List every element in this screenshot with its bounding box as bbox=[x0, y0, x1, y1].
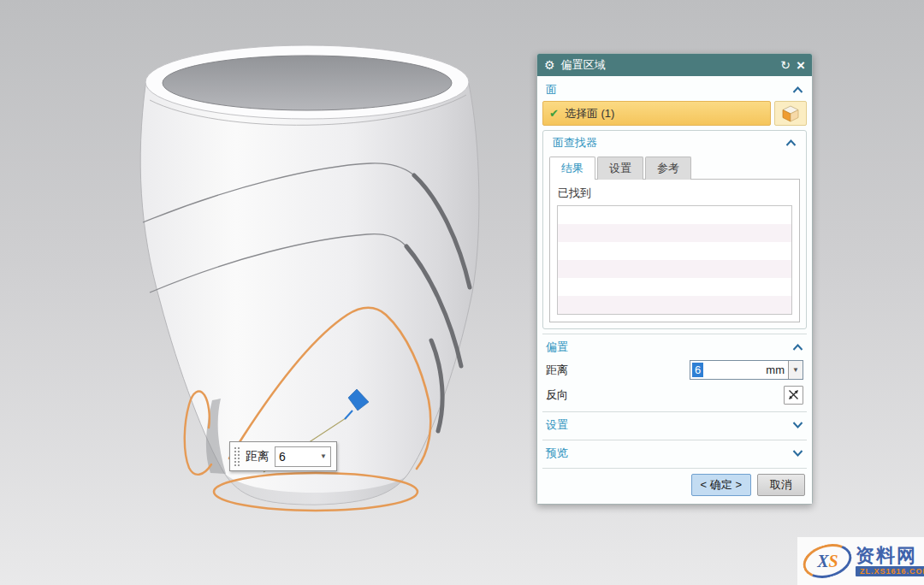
section-header-preview[interactable]: 预览 bbox=[542, 443, 807, 464]
distance-value: 6 bbox=[279, 450, 286, 464]
found-label: 已找到 bbox=[558, 186, 792, 201]
divider bbox=[542, 334, 807, 334]
xs-logo-icon: XS bbox=[799, 539, 856, 584]
dialog-body: 面 ✔ 选择面 (1) 面查找器 bbox=[537, 76, 812, 504]
onscreen-distance-box[interactable]: 距离 6 ▼ bbox=[229, 441, 337, 471]
list-item bbox=[558, 296, 791, 314]
drag-handle[interactable] bbox=[233, 446, 240, 468]
distance-field-value: 6 bbox=[692, 363, 703, 377]
chevron-up-icon bbox=[785, 139, 797, 146]
logo-letter-s: S bbox=[828, 552, 838, 570]
distance-field-label: 距离 bbox=[546, 363, 690, 378]
tab-reference[interactable]: 参考 bbox=[645, 157, 691, 180]
settings-section-label: 设置 bbox=[546, 417, 568, 433]
reverse-direction-button[interactable] bbox=[784, 386, 803, 405]
list-item bbox=[558, 242, 791, 260]
section-header-face-finder[interactable]: 面查找器 bbox=[549, 133, 800, 153]
select-face-label: 选择面 (1) bbox=[565, 106, 615, 121]
unit-dropdown[interactable]: ▼ bbox=[788, 361, 803, 379]
chevron-up-icon bbox=[792, 344, 803, 351]
section-header-offset[interactable]: 偏置 bbox=[542, 337, 807, 358]
chevron-down-icon[interactable]: ▼ bbox=[320, 453, 327, 460]
list-item bbox=[558, 278, 791, 296]
chevron-down-icon: ▼ bbox=[792, 367, 799, 374]
watermark-name: 资料网 bbox=[856, 546, 917, 565]
distance-unit: mm bbox=[766, 363, 785, 376]
logo-letter-x: X bbox=[817, 552, 828, 570]
section-header-face[interactable]: 面 bbox=[542, 80, 807, 100]
face-finder-tabs: 结果 设置 参考 bbox=[549, 156, 800, 179]
preview-section-label: 预览 bbox=[546, 446, 568, 461]
distance-input[interactable]: 6 ▼ bbox=[275, 446, 331, 467]
list-item bbox=[558, 224, 791, 242]
section-header-settings[interactable]: 设置 bbox=[542, 415, 807, 435]
chevron-down-icon bbox=[792, 422, 803, 428]
site-watermark: XS 资料网 ZL.XS1616.COM bbox=[797, 537, 924, 585]
vase-model bbox=[140, 45, 479, 505]
dialog-buttons: < 确定 > 取消 bbox=[542, 474, 805, 496]
distance-label: 距离 bbox=[246, 449, 270, 464]
divider bbox=[542, 411, 807, 412]
3d-viewport[interactable] bbox=[0, 0, 530, 585]
found-faces-list[interactable] bbox=[557, 205, 792, 315]
reset-icon[interactable]: ↻ bbox=[780, 59, 791, 71]
gear-icon[interactable]: ⚙ bbox=[544, 59, 555, 71]
face-finder-label: 面查找器 bbox=[553, 135, 597, 151]
offset-section-label: 偏置 bbox=[546, 340, 568, 355]
watermark-url: ZL.XS1616.COM bbox=[856, 566, 924, 576]
distance-row: 距离 6 mm ▼ bbox=[542, 358, 807, 382]
reverse-row: 反向 bbox=[542, 382, 807, 407]
tab-settings[interactable]: 设置 bbox=[597, 157, 643, 180]
cancel-button[interactable]: 取消 bbox=[757, 474, 805, 496]
section-face-label: 面 bbox=[546, 82, 557, 98]
face-rule-button[interactable] bbox=[774, 101, 807, 126]
dialog-titlebar[interactable]: ⚙ 偏置区域 ↻ × bbox=[537, 54, 812, 76]
ok-button[interactable]: < 确定 > bbox=[691, 474, 751, 496]
reverse-direction-icon bbox=[787, 388, 800, 401]
distance-field[interactable]: 6 mm ▼ bbox=[690, 360, 803, 380]
reverse-label: 反向 bbox=[546, 387, 784, 403]
offset-region-dialog: ⚙ 偏置区域 ↻ × 面 ✔ 选择面 (1) bbox=[536, 53, 813, 505]
check-icon: ✔ bbox=[549, 107, 559, 120]
divider bbox=[542, 440, 807, 440]
dialog-title: 偏置区域 bbox=[561, 57, 775, 73]
close-icon[interactable]: × bbox=[797, 58, 805, 73]
divider bbox=[542, 468, 807, 469]
list-item bbox=[558, 260, 791, 278]
face-finder-group: 面查找器 结果 设置 参考 已找到 bbox=[542, 130, 807, 329]
cube-icon bbox=[781, 104, 800, 123]
select-face-row[interactable]: ✔ 选择面 (1) bbox=[542, 101, 771, 126]
chevron-up-icon bbox=[792, 86, 803, 93]
results-tab-panel: 已找到 bbox=[549, 179, 800, 322]
tab-results[interactable]: 结果 bbox=[549, 157, 595, 180]
chevron-down-icon bbox=[792, 450, 803, 457]
list-item bbox=[558, 206, 791, 224]
